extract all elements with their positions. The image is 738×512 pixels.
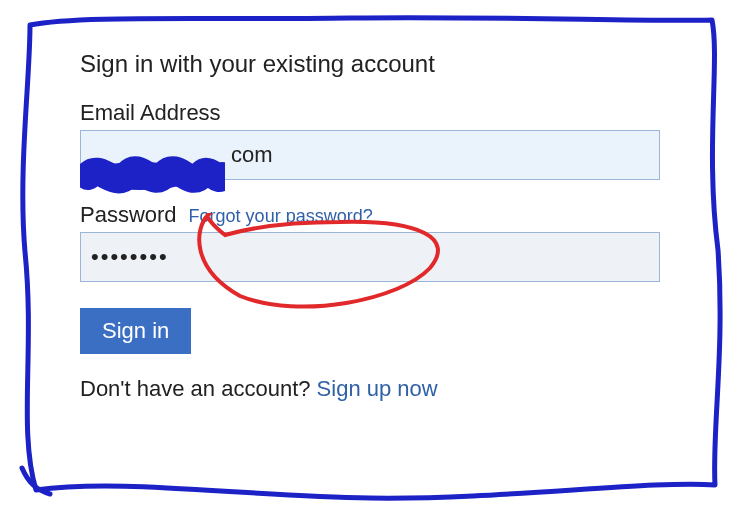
page-title: Sign in with your existing account (80, 50, 660, 78)
no-account-text: Don't have an account? (80, 376, 317, 401)
signup-prompt: Don't have an account? Sign up now (80, 376, 660, 402)
password-input[interactable] (80, 232, 660, 282)
forgot-password-link[interactable]: Forgot your password? (189, 206, 373, 227)
signup-link[interactable]: Sign up now (317, 376, 438, 401)
email-input[interactable] (80, 130, 660, 180)
password-label: Password (80, 202, 177, 228)
signin-button[interactable]: Sign in (80, 308, 191, 354)
email-label: Email Address (80, 100, 221, 126)
signin-form: Sign in with your existing account Email… (80, 50, 660, 402)
